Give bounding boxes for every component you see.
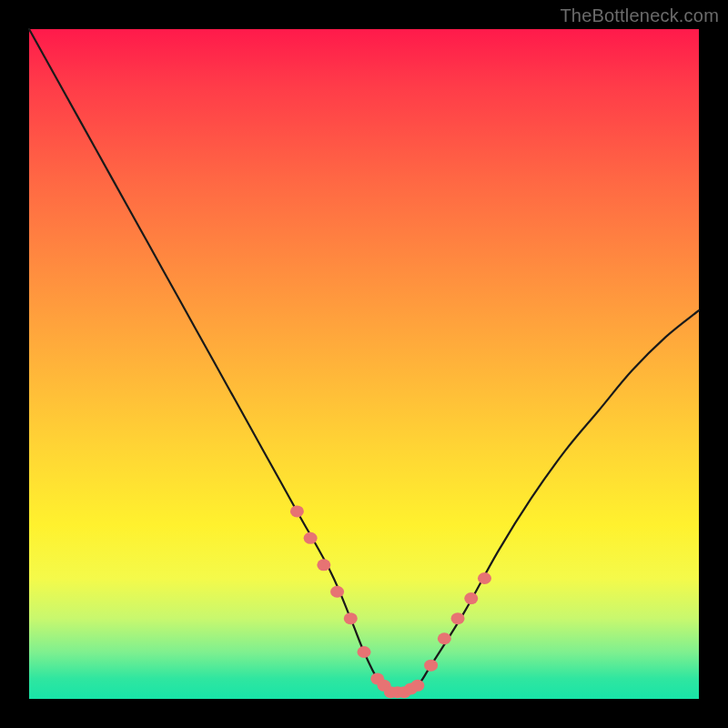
bottleneck-curve — [29, 29, 699, 693]
chart-svg — [29, 29, 699, 699]
curve-marker — [438, 632, 451, 644]
curve-markers — [290, 505, 491, 698]
curve-marker — [290, 505, 304, 517]
plot-area — [29, 29, 699, 699]
curve-marker — [464, 592, 478, 604]
chart-frame: TheBottleneck.com — [0, 0, 728, 728]
curve-marker — [304, 532, 318, 544]
curve-marker — [344, 612, 358, 624]
curve-marker — [330, 586, 344, 598]
curve-marker — [478, 572, 491, 584]
curve-marker — [451, 612, 465, 624]
curve-marker — [424, 660, 438, 672]
curve-marker — [317, 559, 330, 571]
watermark-text: TheBottleneck.com — [560, 5, 719, 26]
curve-marker — [410, 680, 424, 692]
curve-marker — [358, 646, 371, 658]
